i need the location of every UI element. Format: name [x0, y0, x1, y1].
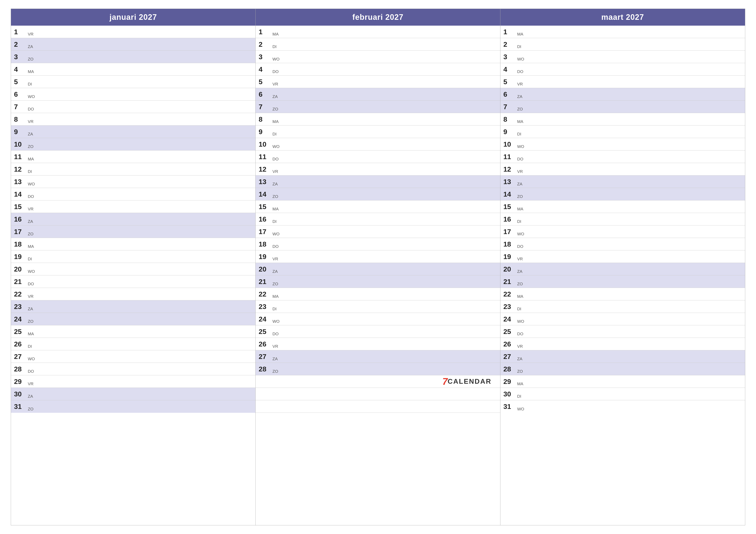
day-row-0-17: 18MA: [11, 238, 256, 250]
day-number-2-25: 26: [503, 341, 516, 347]
day-abbr-2-7: MA: [517, 119, 524, 124]
day-row-1-9: 10WO: [256, 138, 500, 150]
day-row-0-8: 9ZA: [11, 126, 256, 138]
day-abbr-0-7: VR: [28, 119, 33, 124]
day-abbr-1-10: DO: [272, 157, 279, 162]
day-row-0-13: 14DO: [11, 188, 256, 200]
calendar-page: januari 20271VR2ZA3ZO4MA5DI6WO7DO8VR9ZA1…: [0, 0, 756, 534]
day-row-0-3: 4MA: [11, 63, 256, 76]
day-row-0-4: 5DI: [11, 76, 256, 88]
day-row-2-19: 20ZA: [500, 263, 745, 275]
day-number-1-14: 15: [258, 203, 272, 210]
day-number-0-8: 9: [14, 128, 27, 135]
day-number-1-7: 8: [258, 116, 272, 123]
day-number-0-3: 4: [14, 66, 27, 73]
day-row-2-24: 25DO: [500, 325, 745, 338]
day-number-0-4: 5: [14, 78, 27, 85]
day-row-0-22: 23ZA: [11, 300, 256, 313]
day-row-2-22: 23DI: [500, 300, 745, 313]
day-abbr-1-9: WO: [272, 144, 280, 149]
day-abbr-1-17: DO: [272, 244, 279, 249]
day-number-1-17: 18: [258, 241, 272, 248]
day-number-1-2: 3: [258, 53, 272, 60]
day-number-0-27: 28: [14, 366, 27, 372]
day-abbr-0-12: WO: [28, 182, 35, 187]
day-number-1-18: 19: [258, 253, 272, 260]
day-abbr-1-18: VR: [272, 257, 278, 261]
day-number-2-22: 23: [503, 303, 516, 310]
day-abbr-2-14: MA: [517, 207, 524, 212]
day-number-1-0: 1: [258, 28, 272, 35]
day-row-2-29: 30DI: [500, 388, 745, 400]
day-row-2-4: 5VR: [500, 76, 745, 88]
day-row-2-16: 17WO: [500, 225, 745, 238]
day-row-1-8: 9DI: [256, 126, 500, 138]
day-abbr-1-3: DO: [272, 69, 279, 74]
day-row-1-4: 5VR: [256, 76, 500, 88]
day-row-0-29: 30ZA: [11, 388, 256, 400]
day-number-2-18: 19: [503, 253, 516, 260]
day-row-2-12: 13ZA: [500, 175, 745, 188]
day-number-2-5: 6: [503, 91, 516, 98]
day-abbr-1-8: DI: [272, 132, 277, 137]
day-row-0-28: 29VR: [11, 375, 256, 388]
day-abbr-1-7: MA: [272, 119, 279, 124]
day-number-1-15: 16: [258, 216, 272, 223]
empty-row-1-0: [256, 388, 500, 400]
day-row-1-23: 24WO: [256, 313, 500, 325]
day-row-2-0: 1MA: [500, 26, 745, 38]
day-number-1-25: 26: [258, 341, 272, 347]
day-abbr-1-5: ZA: [272, 94, 278, 99]
brand-number: 7: [443, 376, 447, 387]
day-row-2-6: 7ZO: [500, 101, 745, 113]
day-abbr-0-3: MA: [28, 69, 34, 74]
day-abbr-1-23: WO: [272, 319, 280, 324]
day-row-1-2: 3WO: [256, 51, 500, 63]
day-row-0-18: 19DI: [11, 250, 256, 263]
day-row-1-11: 12VR: [256, 163, 500, 175]
day-number-0-23: 24: [14, 316, 27, 322]
day-number-1-20: 21: [258, 278, 272, 285]
day-number-0-29: 30: [14, 391, 27, 397]
day-number-1-9: 10: [258, 141, 272, 148]
day-number-0-6: 7: [14, 103, 27, 110]
day-number-2-17: 18: [503, 241, 516, 248]
day-number-0-26: 27: [14, 353, 27, 360]
day-number-0-1: 2: [14, 41, 27, 48]
day-number-0-0: 1: [14, 28, 27, 35]
day-abbr-2-9: WO: [517, 144, 524, 149]
day-number-2-11: 12: [503, 166, 516, 173]
month-header-2: maart 2027: [500, 9, 745, 26]
day-number-0-15: 16: [14, 216, 27, 223]
day-abbr-1-14: MA: [272, 207, 279, 212]
day-abbr-1-13: ZO: [272, 194, 278, 199]
day-row-1-17: 18DO: [256, 238, 500, 250]
day-row-2-13: 14ZO: [500, 188, 745, 200]
day-abbr-0-17: MA: [28, 244, 34, 249]
month-col-2: maart 20271MA2DI3WO4DO5VR6ZA7ZO8MA9DI10W…: [500, 9, 745, 525]
day-row-2-7: 8MA: [500, 113, 745, 126]
day-row-2-28: 29MA: [500, 375, 745, 388]
day-number-0-18: 19: [14, 253, 27, 260]
day-number-0-24: 25: [14, 328, 27, 335]
day-number-2-21: 22: [503, 291, 516, 297]
day-abbr-2-5: ZA: [517, 94, 523, 99]
day-abbr-2-6: ZO: [517, 107, 523, 112]
day-row-2-11: 12VR: [500, 163, 745, 175]
day-row-2-23: 24WO: [500, 313, 745, 325]
day-number-0-11: 12: [14, 166, 27, 173]
day-row-0-9: 10ZO: [11, 138, 256, 150]
day-number-1-16: 17: [258, 228, 272, 235]
day-number-2-20: 21: [503, 278, 516, 285]
day-number-0-9: 10: [14, 141, 27, 148]
day-row-1-6: 7ZO: [256, 101, 500, 113]
day-abbr-0-10: MA: [28, 157, 34, 162]
day-number-2-1: 2: [503, 41, 516, 48]
day-abbr-0-30: ZO: [28, 407, 33, 412]
day-abbr-2-28: MA: [517, 382, 524, 386]
day-abbr-1-21: MA: [272, 294, 279, 299]
day-number-2-28: 29: [503, 378, 516, 385]
day-number-2-30: 31: [503, 403, 516, 410]
day-abbr-2-17: DO: [517, 244, 524, 249]
day-number-1-13: 14: [258, 191, 272, 198]
